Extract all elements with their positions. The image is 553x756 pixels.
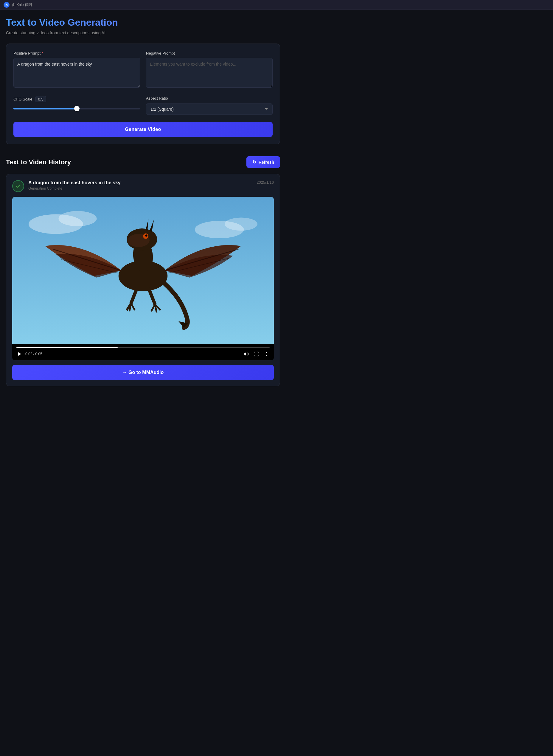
app-name: 由 Xnip 截图: [12, 2, 32, 7]
svg-point-2: [58, 211, 96, 226]
video-progress-fill: [16, 347, 118, 348]
generate-video-button[interactable]: Generate Video: [13, 122, 272, 137]
goto-mmaudio-button[interactable]: → Go to MMAudio: [12, 365, 274, 380]
svg-point-4: [225, 218, 257, 231]
history-item-info: A dragon from the east hovers in the sky…: [28, 180, 252, 191]
check-icon: [15, 184, 21, 189]
fullscreen-icon: [253, 351, 259, 357]
history-section: Text to Video History ↻ Refresh A dragon…: [6, 156, 280, 386]
cfg-scale-section: CFG Scale 0.5: [13, 96, 140, 111]
app-icon: ✕: [4, 2, 9, 8]
aspect-ratio-section: Aspect Ratio 1:1 (Square) 16:9 (Landscap…: [146, 96, 272, 115]
main-content: Text to Video Generation Create stunning…: [0, 10, 286, 398]
video-right-controls: [243, 351, 270, 357]
status-icon: [12, 180, 24, 192]
play-icon: [17, 352, 22, 356]
video-time: 0:02 / 0:05: [25, 352, 240, 356]
aspect-ratio-label: Aspect Ratio: [146, 96, 272, 100]
positive-prompt-label: Positive Prompt *: [13, 51, 140, 56]
refresh-button[interactable]: ↻ Refresh: [246, 156, 280, 168]
svg-point-29: [266, 355, 267, 356]
cfg-value-badge: 0.5: [35, 96, 46, 102]
positive-prompt-field: Positive Prompt * A dragon from the east…: [13, 51, 140, 89]
positive-prompt-input[interactable]: A dragon from the east hovers in the sky: [13, 58, 140, 88]
history-item-status: Generation Complete: [28, 186, 252, 191]
volume-button[interactable]: [243, 351, 249, 357]
history-item-title: A dragon from the east hovers in the sky: [28, 180, 252, 186]
cfg-slider-container: [13, 105, 140, 111]
fullscreen-button[interactable]: [253, 351, 259, 357]
prompts-row: Positive Prompt * A dragon from the east…: [13, 51, 272, 89]
negative-prompt-field: Negative Prompt: [146, 51, 272, 89]
generation-form-card: Positive Prompt * A dragon from the east…: [6, 44, 280, 144]
video-progress-bar[interactable]: [16, 347, 270, 348]
svg-point-28: [266, 354, 267, 354]
history-header: Text to Video History ↻ Refresh: [6, 156, 280, 168]
video-controls-row: 0:02 / 0:05: [16, 351, 270, 357]
history-section-title: Text to Video History: [6, 158, 71, 166]
svg-marker-26: [18, 352, 21, 356]
more-button[interactable]: [263, 351, 270, 357]
titlebar: ✕ 由 Xnip 截图: [0, 0, 553, 10]
negative-prompt-input[interactable]: [146, 58, 272, 88]
required-marker: *: [42, 51, 43, 56]
page-subtitle: Create stunning videos from text descrip…: [6, 30, 280, 35]
svg-point-10: [145, 234, 147, 236]
aspect-ratio-select[interactable]: 1:1 (Square) 16:9 (Landscape) 9:16 (Port…: [146, 104, 272, 115]
history-item-header: A dragon from the east hovers in the sky…: [12, 180, 274, 192]
more-icon: [264, 351, 269, 357]
volume-icon: [243, 351, 249, 357]
svg-point-27: [266, 352, 267, 353]
play-button[interactable]: [16, 351, 22, 357]
settings-row: CFG Scale 0.5 Aspect Ratio 1:1 (Square) …: [13, 96, 272, 115]
refresh-icon: ↻: [252, 159, 256, 165]
dragon-svg: [12, 197, 274, 344]
page-title: Text to Video Generation: [6, 17, 280, 28]
video-controls: 0:02 / 0:05: [12, 344, 274, 360]
cfg-scale-slider[interactable]: [13, 108, 140, 110]
negative-prompt-label: Negative Prompt: [146, 51, 272, 56]
history-item-date: 2025/1/16: [256, 180, 274, 185]
video-player: 0:02 / 0:05: [12, 197, 274, 360]
cfg-scale-label: CFG Scale 0.5: [13, 96, 140, 102]
history-card: A dragon from the east hovers in the sky…: [6, 174, 280, 386]
video-thumbnail: [12, 197, 274, 344]
